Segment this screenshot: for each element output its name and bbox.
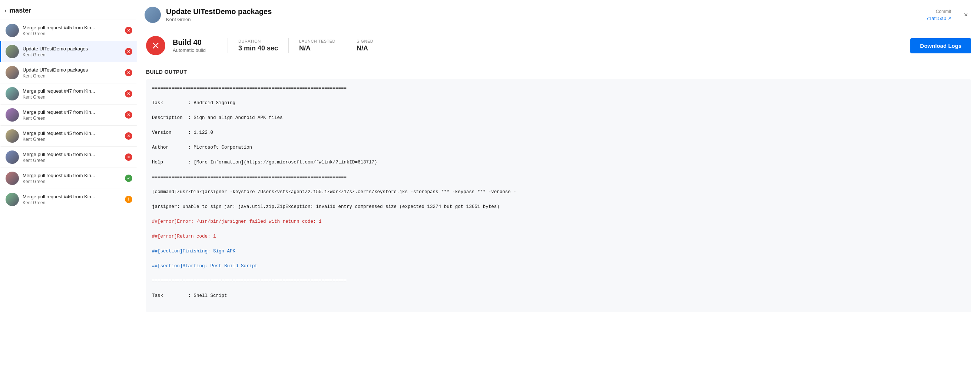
sidebar-item-text: Merge pull request #47 from Kin...Kent G…: [22, 109, 121, 121]
avatar: [6, 129, 19, 143]
signed-label: SIGNED: [356, 39, 390, 43]
log-line: [command]/usr/bin/jarsigner -keystore /U…: [152, 188, 965, 196]
build-divider-3: [346, 38, 346, 53]
sidebar-item-subtitle: Kent Green: [22, 31, 121, 36]
signed-value: N/A: [356, 45, 390, 52]
log-line: Version : 1.122.0: [152, 129, 965, 136]
sidebar-item-text: Merge pull request #45 from Kin...Kent G…: [22, 151, 121, 163]
build-divider-2: [288, 38, 289, 53]
sidebar-item-subtitle: Kent Green: [22, 73, 121, 78]
back-button[interactable]: ‹: [5, 7, 6, 14]
avatar: [6, 87, 19, 100]
log-line: Task : Shell Script: [152, 292, 965, 300]
sidebar-item-title: Merge pull request #45 from Kin...: [22, 151, 121, 157]
build-output-heading: BUILD OUTPUT: [146, 69, 971, 75]
status-icon-success: ✓: [125, 175, 132, 182]
sidebar-item-text: Merge pull request #45 from Kin...Kent G…: [22, 25, 121, 36]
detail-title-block: Update UITestDemo packages Kent Green: [166, 7, 921, 22]
sidebar-item-subtitle: Kent Green: [22, 116, 121, 121]
avatar: [6, 150, 19, 164]
build-log[interactable]: ========================================…: [146, 79, 971, 312]
status-icon-error: ✕: [125, 48, 132, 55]
sidebar: ‹ master Merge pull request #45 from Kin…: [0, 0, 137, 384]
commit-label: Commit: [936, 9, 951, 14]
sidebar-item-title: Update UITestDemo packages: [22, 46, 121, 51]
sidebar-item-6[interactable]: Merge pull request #45 from Kin...Kent G…: [0, 126, 137, 147]
build-signed: SIGNED N/A: [356, 39, 390, 52]
sidebar-item-text: Update UITestDemo packagesKent Green: [22, 67, 121, 78]
detail-header: Update UITestDemo packages Kent Green Co…: [137, 0, 980, 29]
status-icon-error: ✕: [125, 111, 132, 119]
close-button[interactable]: ×: [961, 10, 971, 20]
launch-tested-label: LAUNCH TESTED: [299, 39, 336, 43]
sidebar-item-title: Merge pull request #45 from Kin...: [22, 25, 121, 30]
log-line: Author : Microsoft Corporation: [152, 144, 965, 151]
sidebar-item-title: Merge pull request #45 from Kin...: [22, 131, 121, 136]
status-icon-error: ✕: [125, 132, 132, 140]
status-icon-error: ✕: [125, 153, 132, 161]
sidebar-list: Merge pull request #45 from Kin...Kent G…: [0, 20, 137, 210]
log-line: Description : Sign and align Android APK…: [152, 114, 965, 121]
log-line: Task : Android Signing: [152, 99, 965, 107]
commit-value[interactable]: 71af15a0 ↗: [926, 16, 951, 21]
sidebar-item-title: Merge pull request #45 from Kin...: [22, 173, 121, 178]
avatar: [6, 193, 19, 206]
external-link-icon: ↗: [948, 16, 951, 21]
sidebar-item-subtitle: Kent Green: [22, 179, 121, 184]
sidebar-item-subtitle: Kent Green: [22, 94, 121, 100]
sidebar-item-8[interactable]: Merge pull request #45 from Kin...Kent G…: [0, 168, 137, 189]
build-duration: DURATION 3 min 40 sec: [238, 39, 278, 52]
launch-tested-value: N/A: [299, 45, 336, 52]
log-line: ##[error]Return code: 1: [152, 233, 965, 240]
build-info-bar: Build 40 Automatic build DURATION 3 min …: [137, 29, 980, 62]
sidebar-item-text: Merge pull request #45 from Kin...Kent G…: [22, 173, 121, 184]
status-icon-error: ✕: [125, 90, 132, 97]
sidebar-item-4[interactable]: Merge pull request #47 from Kin...Kent G…: [0, 83, 137, 105]
detail-avatar: [145, 7, 161, 23]
duration-label: DURATION: [238, 39, 278, 43]
sidebar-item-title: Merge pull request #46 from Kin...: [22, 194, 121, 199]
main-panel: Update UITestDemo packages Kent Green Co…: [137, 0, 980, 384]
sidebar-item-title: Update UITestDemo packages: [22, 67, 121, 73]
log-line: ========================================…: [152, 277, 965, 285]
log-line: Help : [More Information](https://go.mic…: [152, 159, 965, 166]
log-line: ========================================…: [152, 84, 965, 92]
log-line: ##[section]Starting: Post Build Script: [152, 263, 965, 270]
avatar: [6, 108, 19, 121]
build-divider-1: [228, 38, 228, 53]
sidebar-item-5[interactable]: Merge pull request #47 from Kin...Kent G…: [0, 105, 137, 126]
build-main-info: Build 40 Automatic build: [173, 38, 217, 53]
build-type: Automatic build: [173, 48, 217, 53]
log-line: ##[error]Error: /usr/bin/jarsigner faile…: [152, 218, 965, 225]
duration-value: 3 min 40 sec: [238, 45, 278, 52]
sidebar-item-1[interactable]: Merge pull request #45 from Kin...Kent G…: [0, 20, 137, 41]
sidebar-item-text: Update UITestDemo packagesKent Green: [22, 46, 121, 57]
detail-commit-block: Commit 71af15a0 ↗: [926, 9, 951, 21]
error-x-icon: [151, 40, 161, 51]
sidebar-item-3[interactable]: Update UITestDemo packagesKent Green✕: [0, 62, 137, 83]
download-logs-button[interactable]: Download Logs: [910, 38, 971, 53]
avatar: [6, 66, 19, 79]
sidebar-header: ‹ master: [0, 0, 137, 20]
build-number: Build 40: [173, 38, 217, 47]
sidebar-item-subtitle: Kent Green: [22, 52, 121, 57]
sidebar-item-subtitle: Kent Green: [22, 158, 121, 163]
build-output-section: BUILD OUTPUT ===========================…: [137, 62, 980, 384]
build-status-icon: [146, 36, 165, 55]
status-icon-partial: !: [125, 196, 132, 203]
sidebar-item-subtitle: Kent Green: [22, 137, 121, 142]
log-line: jarsigner: unable to sign jar: java.util…: [152, 203, 965, 210]
detail-subtitle: Kent Green: [166, 17, 921, 22]
avatar: [6, 45, 19, 58]
sidebar-branch-title: master: [9, 7, 31, 14]
build-launch-tested: LAUNCH TESTED N/A: [299, 39, 336, 52]
sidebar-item-7[interactable]: Merge pull request #45 from Kin...Kent G…: [0, 147, 137, 168]
sidebar-item-text: Merge pull request #45 from Kin...Kent G…: [22, 131, 121, 142]
detail-title: Update UITestDemo packages: [166, 7, 921, 16]
sidebar-item-text: Merge pull request #47 from Kin...Kent G…: [22, 88, 121, 100]
sidebar-item-2[interactable]: Update UITestDemo packagesKent Green✕: [0, 41, 137, 62]
avatar: [6, 172, 19, 185]
sidebar-item-9[interactable]: Merge pull request #46 from Kin...Kent G…: [0, 189, 137, 210]
log-line: ##[section]Finishing: Sign APK: [152, 248, 965, 255]
sidebar-item-title: Merge pull request #47 from Kin...: [22, 109, 121, 115]
